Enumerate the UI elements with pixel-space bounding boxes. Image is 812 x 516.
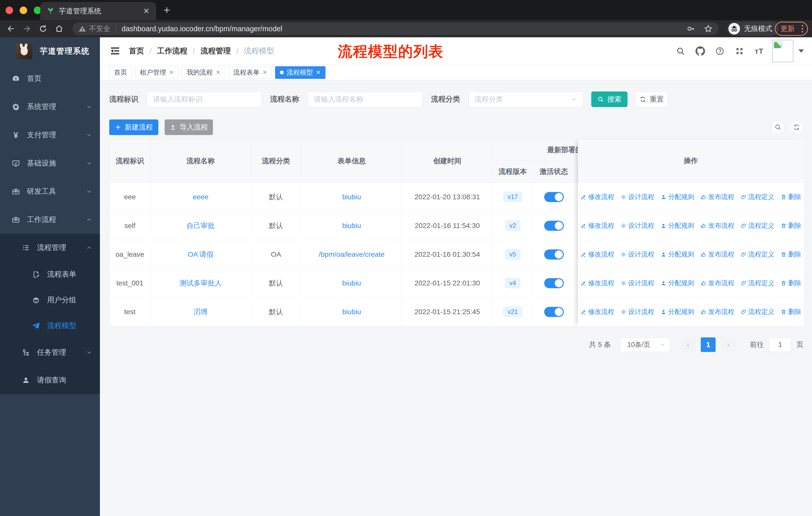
form-info-link[interactable]: biubiu (342, 279, 361, 287)
active-toggle[interactable] (544, 307, 564, 317)
assign-rule-link[interactable]: 分配规则 (661, 307, 694, 316)
assign-rule-link[interactable]: 分配规则 (661, 221, 694, 230)
update-label[interactable]: 更新 (781, 24, 794, 33)
window-controls[interactable] (5, 6, 41, 14)
forward-icon[interactable] (22, 23, 32, 34)
assign-rule-link[interactable]: 分配规则 (661, 279, 694, 288)
sidebar-item-process-form[interactable]: 流程表单 (0, 262, 100, 287)
reload-icon[interactable] (38, 23, 48, 34)
hide-search-button[interactable] (771, 120, 785, 134)
close-icon[interactable]: ✕ (263, 69, 267, 76)
search-button[interactable]: 搜索 (591, 91, 628, 107)
design-process-link[interactable]: 设计流程 (620, 250, 655, 259)
delete-link[interactable]: 删除 (781, 307, 802, 316)
process-definition-link[interactable]: 流程定义 (741, 307, 775, 316)
version-badge[interactable]: v2 (505, 220, 520, 231)
design-process-link[interactable]: 设计流程 (620, 221, 655, 230)
sidebar-collapse-icon[interactable] (109, 45, 121, 56)
home-icon[interactable] (54, 23, 64, 34)
publish-process-link[interactable]: 发布流程 (700, 250, 734, 259)
browser-menu-icon[interactable] (802, 25, 803, 32)
page-number-button[interactable]: 1 (701, 337, 716, 352)
help-icon[interactable] (715, 46, 725, 56)
edit-process-link[interactable]: 修改流程 (580, 307, 614, 316)
breadcrumb-home[interactable]: 首页 (129, 46, 144, 56)
refresh-button[interactable] (790, 120, 804, 134)
goto-page-input[interactable] (769, 337, 791, 352)
sidebar-item-home[interactable]: 首页 (0, 64, 100, 93)
minimize-window-button[interactable] (20, 6, 27, 14)
breadcrumb-process-management[interactable]: 流程管理 (201, 46, 231, 56)
sidebar-item-leave-query[interactable]: 请假查询 (0, 366, 100, 394)
sidebar-item-process-model[interactable]: 流程模型 (0, 313, 100, 338)
sidebar-item-process-management[interactable]: 流程管理 (0, 234, 100, 262)
bookmark-star-icon[interactable] (704, 24, 713, 33)
tab-close-icon[interactable]: ✕ (143, 7, 149, 15)
breadcrumb-workflow[interactable]: 工作流程 (157, 46, 187, 56)
delete-link[interactable]: 删除 (781, 279, 802, 288)
tag-tenant[interactable]: 租户管理✕ (135, 66, 178, 79)
assign-rule-link[interactable]: 分配规则 (661, 250, 694, 259)
create-process-button[interactable]: 新建流程 (109, 119, 158, 135)
edit-process-link[interactable]: 修改流程 (580, 221, 614, 230)
sidebar-item-payment[interactable]: ¥ 支付管理 (0, 121, 100, 149)
process-definition-link[interactable]: 流程定义 (741, 221, 775, 230)
design-process-link[interactable]: 设计流程 (620, 279, 655, 288)
form-info-link[interactable]: biubiu (342, 193, 361, 201)
close-icon[interactable]: ✕ (316, 69, 320, 76)
fullscreen-icon[interactable] (734, 46, 745, 56)
process-name-link[interactable]: OA 请假 (188, 250, 214, 259)
publish-process-link[interactable]: 发布流程 (700, 279, 734, 288)
app-logo[interactable]: 芋道管理系统 (0, 37, 100, 65)
delete-link[interactable]: 删除 (781, 221, 802, 230)
import-process-button[interactable]: 导入流程 (165, 119, 213, 135)
github-icon[interactable] (695, 46, 705, 56)
sidebar-item-infrastructure[interactable]: 基础设施 (0, 149, 100, 178)
page-size-select[interactable]: 10条/页 (620, 337, 670, 352)
next-page-button[interactable]: › (721, 337, 736, 352)
sidebar-item-task-management[interactable]: 任务管理 (0, 338, 100, 366)
active-toggle[interactable] (544, 249, 564, 260)
edit-process-link[interactable]: 修改流程 (580, 192, 614, 201)
process-name-link[interactable]: 滔博 (194, 307, 208, 317)
prev-page-button[interactable]: ‹ (680, 337, 695, 352)
tag-process-form[interactable]: 流程表单✕ (229, 66, 272, 79)
tag-my-process[interactable]: 我的流程✕ (182, 66, 225, 79)
close-window-button[interactable] (5, 6, 13, 14)
sidebar-item-system[interactable]: 系统管理 (0, 93, 100, 121)
publish-process-link[interactable]: 发布流程 (700, 192, 734, 201)
tag-process-model[interactable]: 流程模型✕ (275, 66, 325, 79)
process-name-link[interactable]: 测试多审批人 (179, 278, 222, 288)
search-icon[interactable] (675, 46, 686, 56)
process-definition-link[interactable]: 流程定义 (741, 250, 775, 259)
process-name-link[interactable]: 自己审批 (186, 221, 215, 230)
avatar[interactable] (772, 40, 793, 62)
publish-process-link[interactable]: 发布流程 (700, 307, 734, 316)
process-definition-link[interactable]: 流程定义 (741, 192, 775, 201)
sidebar-item-user-group[interactable]: 用户分组 (0, 287, 100, 313)
close-icon[interactable]: ✕ (169, 69, 174, 76)
version-badge[interactable]: v21 (503, 307, 522, 317)
process-key-input[interactable] (147, 91, 262, 107)
avatar-caret-down-icon[interactable] (799, 49, 804, 53)
close-icon[interactable]: ✕ (216, 69, 220, 76)
form-info-link[interactable]: /bpm/oa/leave/create (319, 250, 385, 259)
active-toggle[interactable] (544, 192, 564, 202)
sidebar-item-workflow[interactable]: 工作流程 (0, 206, 100, 234)
process-definition-link[interactable]: 流程定义 (741, 279, 775, 288)
design-process-link[interactable]: 设计流程 (620, 307, 655, 316)
key-icon[interactable] (687, 24, 695, 33)
delete-link[interactable]: 删除 (781, 192, 802, 201)
edit-process-link[interactable]: 修改流程 (580, 279, 614, 288)
form-info-link[interactable]: biubiu (342, 222, 361, 230)
active-toggle[interactable] (544, 278, 564, 288)
version-badge[interactable]: v17 (503, 192, 522, 202)
process-category-select[interactable]: 流程分类 (468, 91, 583, 107)
reset-button[interactable]: 重置 (635, 91, 668, 107)
delete-link[interactable]: 删除 (781, 250, 802, 259)
sidebar-item-devtools[interactable]: 研发工具 (0, 178, 100, 206)
active-toggle[interactable] (544, 221, 564, 231)
edit-process-link[interactable]: 修改流程 (580, 250, 614, 259)
version-badge[interactable]: v5 (505, 249, 520, 260)
browser-update-chip[interactable]: 更新 (775, 22, 808, 36)
